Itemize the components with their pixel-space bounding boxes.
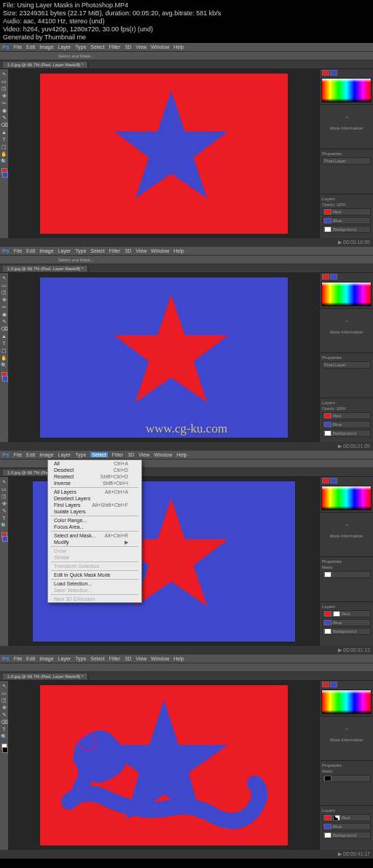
eyedropper-tool[interactable]: ✂ (1, 100, 7, 106)
layer-background[interactable]: Background (322, 430, 371, 437)
menu-edit[interactable]: Edit (26, 248, 35, 253)
marquee-tool[interactable]: ▭ (1, 282, 7, 288)
layer-background[interactable]: Background (322, 226, 371, 233)
menu-item-find-layers[interactable]: Find LayersAlt+Shift+Ctrl+F (48, 502, 141, 508)
heal-tool[interactable]: ◉ (1, 311, 7, 317)
menu-layer[interactable]: Layer (58, 656, 71, 661)
shape-tool[interactable]: ▢ (1, 347, 7, 354)
layer-red[interactable]: Red (322, 208, 371, 216)
menu-filter[interactable]: Filter (109, 656, 121, 661)
color-picker[interactable] (321, 690, 372, 714)
color-picker[interactable] (321, 486, 372, 510)
menu-edit[interactable]: Edit (26, 44, 35, 50)
brush-tool[interactable]: ✎ (1, 508, 7, 514)
document-tab[interactable]: 1.0.jpg @ 66.7% (Red, Layer Mask/8) * (3, 266, 88, 272)
menu-item-focus-area[interactable]: Focus Area... (48, 524, 141, 530)
move-tool[interactable]: ↖ (1, 478, 7, 485)
opacity-label[interactable]: Opacity: 100% (322, 202, 371, 207)
menu-help[interactable]: Help (173, 44, 184, 50)
layer-blue[interactable]: Blue (322, 217, 371, 224)
shape-tool[interactable]: ▢ (1, 143, 7, 150)
swatch-red[interactable] (322, 682, 329, 687)
background-swatch[interactable] (2, 172, 8, 178)
menu-layer[interactable]: Layer (58, 452, 71, 457)
brush-tool[interactable]: ✎ (1, 318, 7, 325)
canvas-area[interactable] (9, 273, 319, 442)
canvas-area[interactable] (9, 681, 319, 850)
crop-tool[interactable]: ✜ (1, 704, 7, 711)
eraser-tool[interactable]: ⌫ (1, 122, 7, 128)
menu-select[interactable]: Select (90, 656, 104, 661)
menu-item-inverse[interactable]: InverseShift+Ctrl+I (48, 480, 141, 486)
menu-item-load-selection[interactable]: Load Selection... (48, 580, 141, 587)
zoom-tool[interactable]: 🔍 (1, 522, 7, 529)
menu-type[interactable]: Type (75, 44, 86, 50)
menu-type[interactable]: Type (75, 248, 86, 253)
menu-item-deselect-layers[interactable]: Deselect Layers (48, 495, 141, 502)
menu-3d[interactable]: 3D (125, 656, 131, 661)
crop-tool[interactable]: ✜ (1, 92, 7, 99)
menu-layer[interactable]: Layer (58, 248, 71, 253)
background-swatch[interactable] (2, 376, 8, 382)
menu-edit[interactable]: Edit (26, 656, 35, 661)
menu-filter[interactable]: Filter (109, 248, 121, 253)
color-picker[interactable] (321, 282, 372, 307)
hand-tool[interactable]: ✋ (1, 355, 7, 361)
menu-help[interactable]: Help (173, 656, 184, 661)
swatch-red[interactable] (322, 70, 329, 76)
menu-file[interactable]: File (14, 656, 22, 661)
zoom-tool[interactable]: 🔍 (1, 733, 7, 740)
menu-help[interactable]: Help (173, 248, 184, 253)
menu-3d[interactable]: 3D (127, 452, 134, 457)
zoom-tool[interactable]: 🔍 (1, 362, 7, 368)
menu-item-modify[interactable]: Modify▶ (48, 539, 141, 545)
swatch-blue[interactable] (330, 682, 337, 687)
menu-select[interactable]: Select (90, 248, 104, 253)
menu-type[interactable]: Type (75, 656, 86, 661)
menu-view[interactable]: View (136, 656, 146, 661)
menu-item-all-layers[interactable]: All LayersAlt+Ctrl+A (48, 489, 141, 495)
menu-image[interactable]: Image (39, 44, 53, 50)
lasso-tool[interactable]: ◫ (1, 289, 7, 296)
opacity-label[interactable]: Opacity: 100% (322, 406, 371, 411)
menu-filter[interactable]: Filter (109, 44, 121, 50)
menu-view[interactable]: View (136, 248, 146, 253)
layer-red[interactable]: Red (322, 412, 371, 419)
menu-select[interactable]: Select (90, 452, 107, 457)
menu-view[interactable]: View (136, 44, 146, 50)
menu-item-all[interactable]: AllCtrl+A (48, 460, 141, 467)
swatch-blue[interactable] (330, 274, 337, 280)
eyedropper-tool[interactable]: ✂ (1, 304, 7, 310)
gradient-tool[interactable]: ▲ (1, 129, 7, 135)
options-hint[interactable]: Select and Mask... (58, 54, 94, 58)
zoom-tool[interactable]: 🔍 (1, 158, 7, 165)
move-tool[interactable]: ↖ (1, 71, 7, 77)
menu-image[interactable]: Image (39, 248, 53, 253)
background-swatch[interactable] (2, 747, 8, 753)
lasso-tool[interactable]: ◫ (1, 85, 7, 92)
heal-tool[interactable]: ◉ (1, 107, 7, 114)
move-tool[interactable]: ↖ (1, 682, 7, 689)
menu-3d[interactable]: 3D (125, 44, 131, 50)
type-tool[interactable]: T (1, 136, 7, 143)
type-tool[interactable]: T (1, 515, 7, 521)
document-tab[interactable]: 1.0.jpg @ 66.7% (Red, Layer Mask/8) * (3, 62, 88, 68)
color-picker[interactable] (321, 78, 372, 103)
marquee-tool[interactable]: ▭ (1, 690, 7, 696)
menu-window[interactable]: Window (151, 248, 169, 253)
background-swatch[interactable] (2, 536, 8, 542)
lasso-tool[interactable]: ◫ (1, 697, 7, 703)
options-hint[interactable]: Select and Mask... (58, 258, 94, 262)
type-tool[interactable]: T (1, 726, 7, 733)
menu-image[interactable]: Image (39, 452, 53, 457)
canvas-area[interactable] (9, 69, 319, 238)
menu-view[interactable]: View (138, 452, 149, 457)
crop-tool[interactable]: ✜ (1, 296, 7, 303)
type-tool[interactable]: T (1, 340, 7, 347)
menu-filter[interactable]: Filter (112, 452, 124, 457)
layer-blue[interactable]: Blue (322, 823, 371, 830)
eraser-tool[interactable]: ⌫ (1, 326, 7, 332)
swatch-red[interactable] (322, 274, 329, 280)
marquee-tool[interactable]: ▭ (1, 78, 7, 84)
menu-type[interactable]: Type (75, 452, 86, 457)
